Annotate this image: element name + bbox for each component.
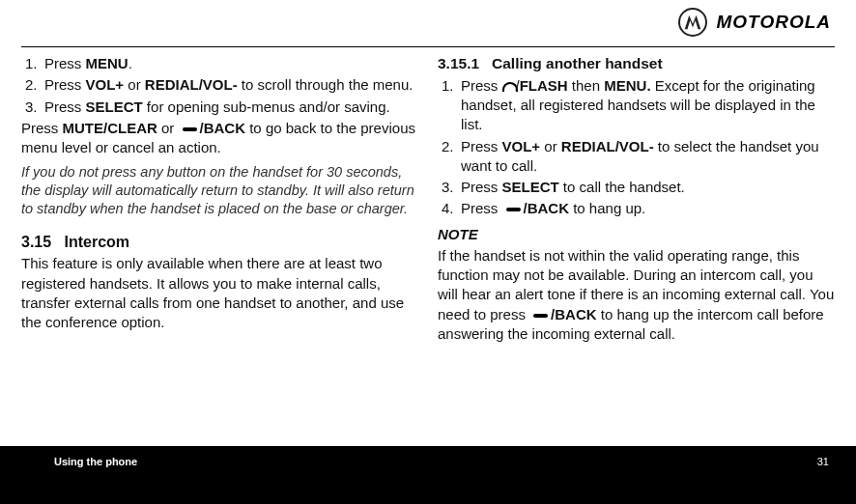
step-text: Press /BACK to hang up. [461,199,835,218]
list-item: 3. Press SELECT to call the handset. [438,178,835,197]
page-number: 31 [817,456,829,467]
step-number: 2. [21,75,44,95]
section-body: This feature is only available when ther… [21,254,418,332]
note-body: If the handset is not within the valid o… [438,246,835,344]
step-number: 4. [438,199,461,218]
back-key-icon [529,311,551,321]
back-instruction: Press MUTE/CLEAR or /BACK to go back to … [21,119,418,158]
content-area: 1. Press MENU. 2. Press VOL+ or REDIAL/V… [21,54,835,446]
step-text: Press VOL+ or REDIAL/VOL- to scroll thro… [44,75,418,95]
step-text: Press VOL+ or REDIAL/VOL- to select the … [461,137,835,177]
motorola-logo-icon [678,8,707,37]
list-item: 2. Press VOL+ or REDIAL/VOL- to scroll t… [21,75,418,95]
step-number: 1. [21,54,44,73]
step-text: Press /FLASH then MENU. Except for the o… [461,76,835,135]
back-key-icon [179,125,200,134]
left-column: 1. Press MENU. 2. Press VOL+ or REDIAL/V… [21,54,418,446]
dial-key-icon [502,81,516,93]
page-footer: Using the phone 31 [0,446,856,504]
step-text: Press SELECT to call the handset. [461,178,835,197]
list-item: 3. Press SELECT for opening sub-menus an… [21,98,418,117]
back-key-icon [502,205,524,214]
list-item: 1. Press /FLASH then MENU. Except for th… [438,76,835,135]
page-header: MOTOROLA [0,0,856,44]
timeout-note: If you do not press any button on the ha… [21,163,418,218]
list-item: 4. Press /BACK to hang up. [438,199,835,218]
list-item: 2. Press VOL+ or REDIAL/VOL- to select t… [438,137,835,177]
section-heading: 3.15 Intercom [21,232,418,253]
manual-page: MOTOROLA 1. Press MENU. 2. Press VOL+ or… [0,0,856,504]
right-steps: 1. Press /FLASH then MENU. Except for th… [438,76,835,219]
step-text: Press MENU. [44,54,418,73]
list-item: 1. Press MENU. [21,54,418,73]
subsection-heading: 3.15.1 Calling another handset [438,54,835,74]
step-number: 3. [438,178,461,197]
step-number: 1. [438,76,461,135]
footer-title: Using the phone [54,456,137,467]
step-number: 3. [21,98,44,117]
note-heading: NOTE [438,225,835,244]
left-steps: 1. Press MENU. 2. Press VOL+ or REDIAL/V… [21,54,418,117]
header-divider [21,46,835,47]
step-text: Press SELECT for opening sub-menus and/o… [44,98,418,117]
right-column: 3.15.1 Calling another handset 1. Press … [438,54,835,446]
brand-name: MOTOROLA [717,12,831,33]
step-number: 2. [438,137,461,177]
